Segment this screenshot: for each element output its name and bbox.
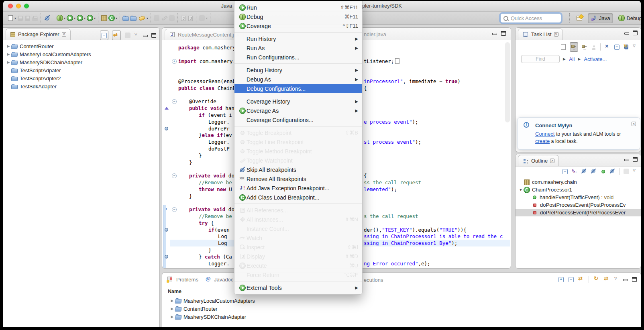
fold-collapse-icon[interactable]: − xyxy=(172,207,177,212)
code-line[interactable]: } catch (Ca xyxy=(199,253,232,260)
chevron-down-icon[interactable]: ▾ xyxy=(116,16,117,20)
fold-expand-icon[interactable]: + xyxy=(172,59,177,64)
zoom-window-button[interactable] xyxy=(24,4,29,8)
open-task-button[interactable] xyxy=(130,15,137,21)
fold-collapse-icon[interactable]: − xyxy=(172,173,177,178)
outline-item-2[interactable]: handleEvent(TrafficEvent) : void xyxy=(516,194,641,201)
expand-arrow-icon[interactable]: ▶ xyxy=(6,52,11,56)
menu-item-coverage[interactable]: Coverage^⇧F11 xyxy=(234,21,362,31)
maximize-icon[interactable] xyxy=(501,31,506,36)
hide-local-types-icon[interactable] xyxy=(609,168,616,175)
tree-item-testsdkadapter[interactable]: TestSdkAdapter xyxy=(3,82,159,90)
code-line[interactable]: s the call request xyxy=(364,213,418,220)
code-line[interactable]: st process event"); xyxy=(364,139,421,145)
collapse-all-icon[interactable] xyxy=(569,277,574,282)
code-line[interactable]: } xyxy=(199,152,202,159)
menu-item-add-java-exception-breakpoint[interactable]: Add Java Exception Breakpoint... xyxy=(234,183,362,193)
chevron-down-icon[interactable]: ▾ xyxy=(84,16,86,20)
maximize-icon[interactable] xyxy=(633,157,638,162)
find-input[interactable]: Find xyxy=(521,55,560,63)
code-line[interactable]: lemented"); xyxy=(364,186,397,193)
code-line[interactable]: { xyxy=(364,85,367,92)
menu-item-external-tools[interactable]: External Tools▶ xyxy=(234,283,362,292)
fold-collapse-icon[interactable]: − xyxy=(172,99,177,104)
code-line[interactable]: Logger. xyxy=(208,139,230,145)
chevron-down-icon[interactable]: ▾ xyxy=(64,16,65,20)
new-java-class-button[interactable]: ▾ xyxy=(108,15,117,21)
expand-arrow-icon[interactable]: ▶ xyxy=(169,299,175,303)
hide-static-members-icon[interactable] xyxy=(591,168,597,175)
hide-non-public-members-icon[interactable] xyxy=(601,170,605,173)
expand-arrow-icon[interactable]: ▶ xyxy=(6,44,11,48)
skip-all-breakpoints-button[interactable] xyxy=(43,14,51,22)
menu-item-coverage-history[interactable]: Coverage History▶ xyxy=(234,97,362,106)
expand-all-icon[interactable] xyxy=(558,277,564,282)
breakpoint-icon[interactable] xyxy=(165,228,168,232)
java-perspective-button[interactable]: Java xyxy=(588,13,613,23)
hide-completed-tasks-icon[interactable] xyxy=(604,44,611,50)
view-menu-icon[interactable] xyxy=(135,33,139,38)
chevron-down-icon[interactable]: ▾ xyxy=(206,16,208,20)
minimize-icon[interactable] xyxy=(623,279,628,281)
chevron-down-icon[interactable]: ▾ xyxy=(94,16,96,20)
code-line[interactable]: @ProcessorBean(enab xyxy=(178,78,236,85)
chevron-down-icon[interactable]: ▾ xyxy=(74,16,75,20)
view-menu-icon[interactable] xyxy=(614,277,619,282)
tree-item-masherylocalcustomadapters[interactable]: ▶MasheryLocalCustomAdapters xyxy=(3,50,159,58)
chevron-down-icon[interactable]: ▾ xyxy=(14,16,16,20)
code-line[interactable]: Log xyxy=(218,233,227,240)
code-line[interactable]: tListener; xyxy=(364,58,399,65)
code-line[interactable]: } xyxy=(189,159,192,166)
menu-item-run[interactable]: Run⇧⌘F11 xyxy=(234,3,362,12)
code-line[interactable]: Logger. xyxy=(208,260,230,267)
outline-item-1[interactable]: ▼ChainProcessor1 xyxy=(516,186,641,194)
code-line[interactable]: import com.mashery. xyxy=(178,58,236,65)
quick-access-input[interactable] xyxy=(510,15,556,22)
coverage-button[interactable]: ▾ xyxy=(77,15,86,21)
minimize-icon[interactable] xyxy=(624,33,629,35)
tree-item-contentrouter[interactable]: ▶ContentRouter xyxy=(3,42,159,50)
code-line[interactable]: der(),"TEST_KEY").equals("TRUE")){ xyxy=(364,226,467,233)
run-external-tools-button[interactable]: ▾ xyxy=(87,15,96,21)
menu-item-run-configurations[interactable]: Run Configurations... xyxy=(234,53,362,62)
chevron-down-icon[interactable]: ▾ xyxy=(147,16,148,20)
breakpoint-icon[interactable] xyxy=(165,127,168,130)
menu-item-debug-as[interactable]: Debug As▶ xyxy=(234,75,362,84)
code-line[interactable]: //Remove be xyxy=(199,179,232,186)
code-line[interactable]: { xyxy=(364,172,367,179)
editor-tab-fragment[interactable]: ndler.java xyxy=(364,31,386,37)
outline-item-3[interactable]: doPostProcessEvent(PostProcessEv xyxy=(516,201,641,209)
code-line[interactable]: Log xyxy=(218,240,227,246)
expand-arrow-icon[interactable]: ▶ xyxy=(6,60,11,64)
code-line[interactable]: } xyxy=(208,246,212,253)
new-java-package-button[interactable] xyxy=(101,15,107,21)
hide-fields-icon[interactable] xyxy=(581,168,587,175)
menu-item-coverage-as[interactable]: Coverage As▶ xyxy=(234,106,362,115)
code-line[interactable]: public void han xyxy=(189,105,234,112)
show-scheduled-icon[interactable] xyxy=(582,45,587,50)
link-with-editor-button[interactable] xyxy=(112,31,121,40)
code-line[interactable]: inProcessor1", immediate = true) xyxy=(364,78,461,85)
maximize-icon[interactable] xyxy=(151,33,156,38)
create-link[interactable]: create xyxy=(535,138,550,144)
collapse-all-icon[interactable] xyxy=(562,169,568,174)
code-line[interactable]: if(even xyxy=(208,226,230,233)
result-item-masherysdkchainadapter[interactable]: ▶MasherySDKChainAdapter xyxy=(162,313,641,321)
bottom-tab-fragment[interactable]: ecutions xyxy=(364,277,383,283)
synchronize-icon[interactable] xyxy=(624,45,628,49)
expand-arrow-icon[interactable]: ▶ xyxy=(169,307,175,311)
code-line[interactable]: ss the call request xyxy=(364,179,421,186)
menu-item-debug-configurations[interactable]: Debug Configurations... xyxy=(234,84,362,93)
refresh-icon[interactable] xyxy=(593,276,600,283)
code-line[interactable]: e process event"); xyxy=(364,118,418,125)
minimize-icon[interactable] xyxy=(624,159,629,161)
menu-item-run-as[interactable]: Run As▶ xyxy=(234,43,362,53)
close-view-icon[interactable]: × xyxy=(554,32,558,37)
minimize-icon[interactable] xyxy=(492,33,497,35)
view-menu-icon[interactable] xyxy=(633,45,638,49)
tab-package-explorer[interactable]: Package Explorer × xyxy=(6,29,71,40)
code-line[interactable]: @Override xyxy=(189,98,216,105)
menu-item-remove-all-breakpoints[interactable]: Remove All Breakpoints xyxy=(234,174,362,183)
close-view-icon[interactable]: × xyxy=(62,32,66,37)
menu-item-coverage-configurations[interactable]: Coverage Configurations... xyxy=(234,115,362,124)
